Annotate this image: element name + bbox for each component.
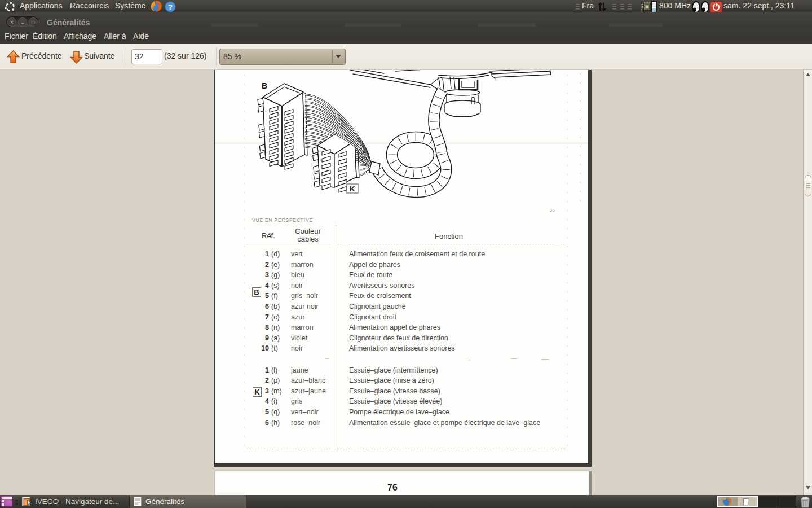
svg-text:25: 25 [550, 208, 555, 213]
svg-text:B: B [262, 81, 267, 90]
svg-text:K: K [350, 185, 355, 193]
svg-text:?: ? [168, 3, 173, 11]
